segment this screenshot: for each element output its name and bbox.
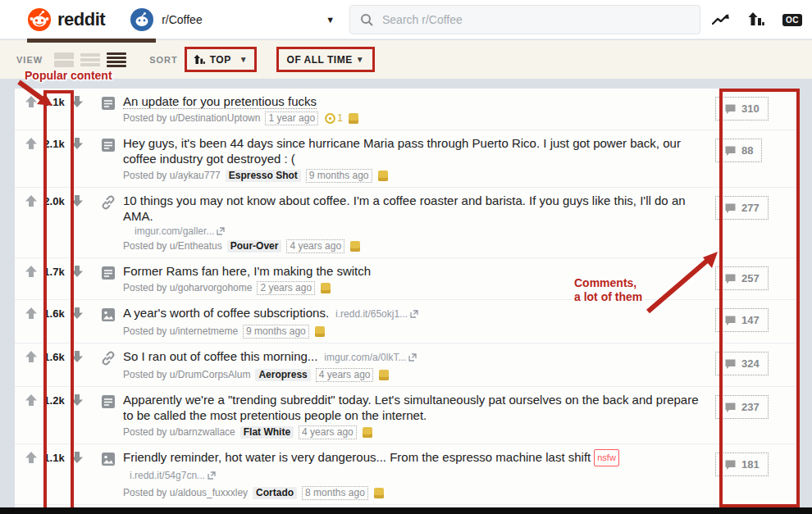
- post-age[interactable]: 1 year ago: [265, 111, 318, 125]
- post-author[interactable]: Posted by u/barnzwallace: [123, 426, 235, 439]
- downvote-button[interactable]: [71, 307, 84, 320]
- card-view-icon[interactable]: [54, 52, 74, 68]
- time-range-dropdown[interactable]: OF ALL TIME ▼: [276, 47, 375, 72]
- upvote-button[interactable]: [25, 393, 38, 407]
- downvote-button[interactable]: [71, 137, 84, 150]
- search-input[interactable]: Search r/Coffee: [349, 5, 700, 34]
- post-author[interactable]: Posted by u/aykau777: [123, 170, 221, 182]
- post-link-line[interactable]: imgur.com/galler...: [135, 225, 710, 237]
- post-type-text-icon: [100, 265, 116, 281]
- post-age[interactable]: 9 months ago: [243, 325, 309, 339]
- post-type: [94, 392, 123, 413]
- downvote-button[interactable]: [71, 393, 84, 407]
- gild-wrap: 1: [325, 112, 343, 125]
- trending-icon[interactable]: [712, 12, 730, 27]
- sort-dropdown[interactable]: TOP ▼: [185, 47, 257, 72]
- post-link-inline-wrap[interactable]: i.redd.it/54g7cn...: [130, 470, 216, 481]
- post-author[interactable]: Posted by u/goharvorgohome: [123, 282, 252, 294]
- post-title[interactable]: An update for you pretentious fucks: [123, 94, 317, 109]
- post-author[interactable]: Posted by u/DestinationUptown: [123, 112, 260, 125]
- post-age[interactable]: 9 months ago: [306, 169, 372, 183]
- post-meta: Posted by u/DestinationUptown 1 year ago…: [123, 111, 710, 125]
- comment-count: 147: [741, 314, 760, 326]
- upvote-button[interactable]: [25, 307, 38, 320]
- post-meta: Posted by u/internetmeme 9 months ago: [123, 325, 710, 339]
- comments-cell: 237: [715, 392, 797, 419]
- post-age[interactable]: 4 years ago: [299, 425, 357, 439]
- post-row: 1.6k A year's worth of coffee subscripti…: [15, 300, 797, 343]
- post-title[interactable]: A year's worth of coffee subscriptions.: [123, 306, 329, 320]
- downvote-button[interactable]: [71, 451, 84, 464]
- comments-button[interactable]: 277: [715, 196, 769, 220]
- post-title[interactable]: 10 things you may not know about coffee.…: [123, 193, 686, 223]
- comments-button[interactable]: 147: [715, 308, 769, 332]
- post-age[interactable]: 4 years ago: [316, 368, 374, 382]
- upvote-button[interactable]: [25, 137, 38, 150]
- post-title[interactable]: Former Rams fan here, I'm making the swi…: [123, 264, 371, 278]
- comments-button[interactable]: 310: [715, 97, 769, 121]
- comments-button[interactable]: 237: [715, 395, 769, 419]
- post-content: Apparently we're a "trending subreddit" …: [123, 392, 715, 439]
- comments-button[interactable]: 181: [715, 453, 769, 476]
- reddit-snoo-icon: [27, 7, 52, 32]
- post-author[interactable]: Posted by u/DrumCorpsAlum: [123, 369, 250, 381]
- post-age[interactable]: 2 years ago: [257, 281, 315, 295]
- vote-controls: 1.1k: [15, 449, 94, 464]
- post-author[interactable]: Posted by u/internetmeme: [123, 325, 238, 338]
- classic-view-icon[interactable]: [80, 52, 100, 68]
- post-age[interactable]: 4 years ago: [286, 239, 344, 253]
- screenshot-bottom-edge: [0, 507, 812, 514]
- upvote-button[interactable]: [25, 95, 38, 108]
- compact-view-icon[interactable]: [107, 52, 126, 68]
- post-link-inline-wrap[interactable]: imgur.com/a/0lkT...: [324, 352, 417, 363]
- post-age[interactable]: 8 months ago: [302, 486, 368, 500]
- search-placeholder: Search r/Coffee: [382, 13, 463, 26]
- gild-count: 1: [337, 112, 343, 125]
- gold-award-icon: [321, 283, 331, 293]
- downvote-button[interactable]: [71, 350, 84, 363]
- reddit-logo[interactable]: reddit: [27, 7, 105, 32]
- upvote-button[interactable]: [25, 451, 38, 464]
- post-row: 3.1k An update for you pretentious fucks: [15, 89, 797, 130]
- post-title[interactable]: Hey guys, it's been 44 days since hurric…: [123, 136, 681, 166]
- post-title[interactable]: Apparently we're a "trending subreddit" …: [123, 393, 699, 422]
- comment-bubble-icon: [724, 358, 737, 370]
- comments-button[interactable]: 88: [715, 139, 762, 162]
- post-flair: Cortado: [253, 487, 297, 499]
- post-author[interactable]: Posted by u/aldous_fuxxxley: [123, 487, 248, 499]
- post-meta: Posted by u/barnzwallace Flat White 4 ye…: [123, 425, 710, 439]
- comment-bubble-icon: [724, 459, 737, 471]
- comment-count: 181: [741, 458, 760, 471]
- post-score: 3.1k: [38, 96, 71, 108]
- post-row: 1.6k So I ran out of coffee this morning…: [15, 343, 797, 387]
- comment-count: 257: [741, 272, 760, 284]
- downvote-button[interactable]: [71, 95, 84, 108]
- community-selector[interactable]: r/Coffee ▼: [130, 7, 335, 32]
- comments-annotation: Comments, a lot of them: [574, 276, 642, 304]
- upvote-button[interactable]: [25, 265, 38, 278]
- post-title[interactable]: Friendly reminder, hot water is very dan…: [123, 450, 591, 464]
- top-posts-icon[interactable]: [748, 12, 764, 27]
- post-title[interactable]: So I ran out of coffee this morning...: [123, 349, 317, 363]
- post-row: 1.1k Friendly reminder, hot water is ver…: [15, 444, 797, 505]
- post-row: 1.7k Former Rams fan here, I'm making th…: [15, 258, 797, 300]
- upvote-button[interactable]: [25, 194, 38, 207]
- post-row: 2.1k Hey guys, it's been 44 days since h…: [15, 130, 797, 188]
- chevron-down-icon: ▼: [356, 55, 364, 64]
- comments-cell: 88: [715, 135, 797, 162]
- comments-button[interactable]: 324: [715, 352, 769, 375]
- comments-cell: 324: [715, 348, 797, 375]
- post-author[interactable]: Posted by u/Entheatus: [123, 240, 222, 252]
- post-link-inline-wrap[interactable]: i.redd.it/65okj1...: [335, 308, 418, 320]
- post-type-text-icon: [100, 393, 116, 410]
- downvote-button[interactable]: [71, 194, 84, 207]
- upvote-button[interactable]: [25, 350, 38, 363]
- original-content-icon[interactable]: OC: [782, 14, 802, 26]
- comment-bubble-icon: [724, 402, 737, 413]
- gold-award-icon: [350, 241, 360, 252]
- downvote-button[interactable]: [71, 265, 84, 278]
- post-score: 1.1k: [38, 452, 71, 464]
- comments-button[interactable]: 257: [715, 266, 769, 290]
- post-score: 1.2k: [38, 394, 71, 407]
- post-link-inline: i.redd.it/65okj1...: [335, 308, 408, 320]
